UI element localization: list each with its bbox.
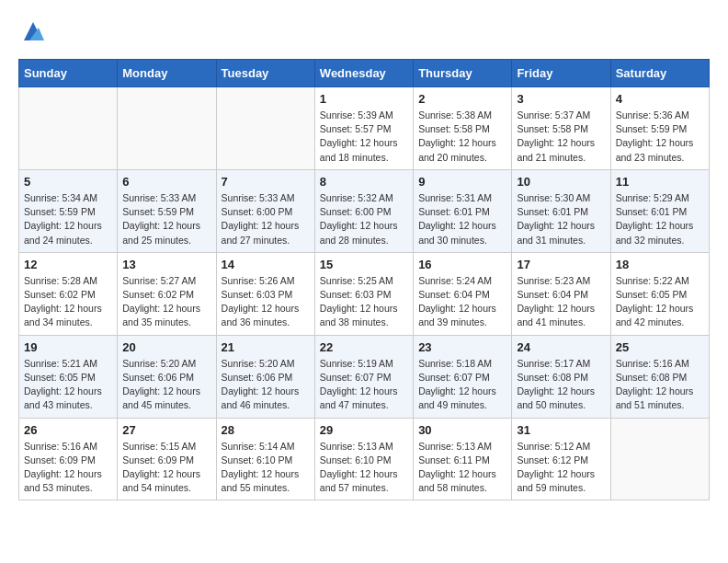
day-number: 17 [517,258,605,271]
col-header-sunday: Sunday [19,60,118,87]
day-number: 29 [320,423,408,437]
day-info: Sunrise: 5:15 AMSunset: 6:09 PMDaylight:… [122,440,210,496]
day-info: Sunrise: 5:31 AMSunset: 6:01 PMDaylight:… [418,191,506,247]
calendar-week-4: 19Sunrise: 5:21 AMSunset: 6:05 PMDayligh… [19,335,710,418]
col-header-friday: Friday [512,60,610,87]
day-number: 20 [122,340,210,354]
calendar-cell: 20Sunrise: 5:20 AMSunset: 6:06 PMDayligh… [118,335,216,418]
calendar-cell: 26Sunrise: 5:16 AMSunset: 6:09 PMDayligh… [19,418,118,500]
calendar-cell: 29Sunrise: 5:13 AMSunset: 6:10 PMDayligh… [314,418,413,500]
day-number: 3 [517,92,605,106]
logo [18,18,46,44]
day-info: Sunrise: 5:33 AMSunset: 6:00 PMDaylight:… [222,191,310,247]
day-number: 10 [517,175,605,189]
day-number: 14 [222,258,310,271]
day-number: 8 [320,175,408,189]
day-info: Sunrise: 5:14 AMSunset: 6:10 PMDaylight:… [222,440,310,496]
day-info: Sunrise: 5:39 AMSunset: 5:57 PMDaylight:… [320,109,408,165]
day-number: 28 [222,423,310,437]
day-info: Sunrise: 5:26 AMSunset: 6:03 PMDaylight:… [222,274,310,330]
day-info: Sunrise: 5:37 AMSunset: 5:58 PMDaylight:… [517,109,605,165]
calendar-cell: 2Sunrise: 5:38 AMSunset: 5:58 PMDaylight… [414,87,512,170]
calendar-cell: 14Sunrise: 5:26 AMSunset: 6:03 PMDayligh… [216,252,314,335]
day-info: Sunrise: 5:22 AMSunset: 6:05 PMDaylight:… [616,274,704,330]
day-number: 16 [418,258,506,271]
calendar-cell: 22Sunrise: 5:19 AMSunset: 6:07 PMDayligh… [314,335,413,418]
calendar-cell: 28Sunrise: 5:14 AMSunset: 6:10 PMDayligh… [216,418,314,500]
calendar-cell: 23Sunrise: 5:18 AMSunset: 6:07 PMDayligh… [414,335,512,418]
page: SundayMondayTuesdayWednesdayThursdayFrid… [0,0,728,519]
calendar-cell [19,87,118,170]
day-info: Sunrise: 5:19 AMSunset: 6:07 PMDaylight:… [320,357,408,413]
day-info: Sunrise: 5:20 AMSunset: 6:06 PMDaylight:… [122,357,210,413]
col-header-thursday: Thursday [414,60,512,87]
calendar-cell [610,418,709,500]
day-info: Sunrise: 5:29 AMSunset: 6:01 PMDaylight:… [616,191,704,247]
day-number: 24 [517,340,605,354]
day-number: 11 [616,175,704,189]
calendar-cell: 15Sunrise: 5:25 AMSunset: 6:03 PMDayligh… [314,252,413,335]
day-number: 22 [320,340,408,354]
calendar-cell: 11Sunrise: 5:29 AMSunset: 6:01 PMDayligh… [610,169,709,252]
day-info: Sunrise: 5:30 AMSunset: 6:01 PMDaylight:… [517,191,605,247]
calendar-week-5: 26Sunrise: 5:16 AMSunset: 6:09 PMDayligh… [19,418,710,500]
day-number: 19 [24,340,112,354]
calendar-cell: 17Sunrise: 5:23 AMSunset: 6:04 PMDayligh… [512,252,610,335]
day-info: Sunrise: 5:16 AMSunset: 6:08 PMDaylight:… [616,357,704,413]
day-number: 6 [122,175,210,189]
day-info: Sunrise: 5:25 AMSunset: 6:03 PMDaylight:… [320,274,408,330]
day-info: Sunrise: 5:17 AMSunset: 6:08 PMDaylight:… [517,357,605,413]
calendar-cell: 18Sunrise: 5:22 AMSunset: 6:05 PMDayligh… [610,252,709,335]
day-info: Sunrise: 5:21 AMSunset: 6:05 PMDaylight:… [24,357,112,413]
col-header-monday: Monday [118,60,216,87]
day-number: 31 [517,423,605,437]
calendar-cell: 4Sunrise: 5:36 AMSunset: 5:59 PMDaylight… [610,87,709,170]
day-info: Sunrise: 5:34 AMSunset: 5:59 PMDaylight:… [24,191,112,247]
day-info: Sunrise: 5:18 AMSunset: 6:07 PMDaylight:… [418,357,506,413]
day-number: 5 [24,175,112,189]
day-info: Sunrise: 5:28 AMSunset: 6:02 PMDaylight:… [24,274,112,330]
day-number: 25 [616,340,704,354]
calendar-cell: 6Sunrise: 5:33 AMSunset: 5:59 PMDaylight… [118,169,216,252]
calendar-cell: 3Sunrise: 5:37 AMSunset: 5:58 PMDaylight… [512,87,610,170]
day-info: Sunrise: 5:23 AMSunset: 6:04 PMDaylight:… [517,274,605,330]
calendar-week-2: 5Sunrise: 5:34 AMSunset: 5:59 PMDaylight… [19,169,710,252]
col-header-tuesday: Tuesday [216,60,314,87]
calendar-cell: 10Sunrise: 5:30 AMSunset: 6:01 PMDayligh… [512,169,610,252]
day-info: Sunrise: 5:16 AMSunset: 6:09 PMDaylight:… [24,440,112,496]
calendar-cell: 8Sunrise: 5:32 AMSunset: 6:00 PMDaylight… [314,169,413,252]
col-header-saturday: Saturday [610,60,709,87]
day-number: 23 [418,340,506,354]
day-info: Sunrise: 5:12 AMSunset: 6:12 PMDaylight:… [517,440,605,496]
day-info: Sunrise: 5:24 AMSunset: 6:04 PMDaylight:… [418,274,506,330]
calendar-cell: 24Sunrise: 5:17 AMSunset: 6:08 PMDayligh… [512,335,610,418]
calendar-cell: 30Sunrise: 5:13 AMSunset: 6:11 PMDayligh… [414,418,512,500]
day-info: Sunrise: 5:38 AMSunset: 5:58 PMDaylight:… [418,109,506,165]
calendar-cell: 16Sunrise: 5:24 AMSunset: 6:04 PMDayligh… [414,252,512,335]
day-number: 15 [320,258,408,271]
day-number: 27 [122,423,210,437]
calendar-cell: 13Sunrise: 5:27 AMSunset: 6:02 PMDayligh… [118,252,216,335]
day-number: 21 [222,340,310,354]
day-number: 26 [24,423,112,437]
calendar-cell [118,87,216,170]
calendar-cell: 31Sunrise: 5:12 AMSunset: 6:12 PMDayligh… [512,418,610,500]
calendar-cell: 21Sunrise: 5:20 AMSunset: 6:06 PMDayligh… [216,335,314,418]
day-info: Sunrise: 5:36 AMSunset: 5:59 PMDaylight:… [616,109,704,165]
calendar-cell: 27Sunrise: 5:15 AMSunset: 6:09 PMDayligh… [118,418,216,500]
calendar-week-3: 12Sunrise: 5:28 AMSunset: 6:02 PMDayligh… [19,252,710,335]
calendar-cell: 7Sunrise: 5:33 AMSunset: 6:00 PMDaylight… [216,169,314,252]
day-info: Sunrise: 5:32 AMSunset: 6:00 PMDaylight:… [320,191,408,247]
calendar-cell: 12Sunrise: 5:28 AMSunset: 6:02 PMDayligh… [19,252,118,335]
day-info: Sunrise: 5:33 AMSunset: 5:59 PMDaylight:… [122,191,210,247]
calendar-cell [216,87,314,170]
day-info: Sunrise: 5:13 AMSunset: 6:10 PMDaylight:… [320,440,408,496]
day-info: Sunrise: 5:27 AMSunset: 6:02 PMDaylight:… [122,274,210,330]
calendar-cell: 9Sunrise: 5:31 AMSunset: 6:01 PMDaylight… [414,169,512,252]
calendar-header-row: SundayMondayTuesdayWednesdayThursdayFrid… [19,60,710,87]
calendar: SundayMondayTuesdayWednesdayThursdayFrid… [18,59,710,500]
calendar-cell: 19Sunrise: 5:21 AMSunset: 6:05 PMDayligh… [19,335,118,418]
day-number: 18 [616,258,704,271]
day-number: 4 [616,92,704,106]
day-number: 2 [418,92,506,106]
